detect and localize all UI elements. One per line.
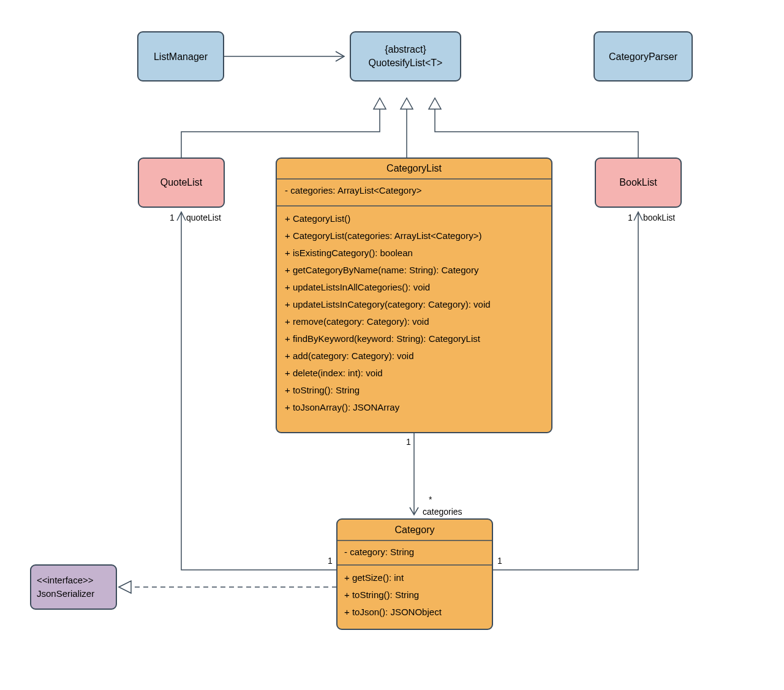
categorylist-attr-0: - categories: ArrayList<Category> xyxy=(285,185,422,195)
class-categorylist: CategoryList - categories: ArrayList<Cat… xyxy=(276,158,552,433)
role-quotelist: quoteList xyxy=(186,213,221,222)
svg-marker-13 xyxy=(374,98,386,109)
category-attr-0: - category: String xyxy=(344,547,414,557)
categorylist-op-4: + updateListsInAllCategories(): void xyxy=(285,282,430,292)
svg-marker-19 xyxy=(119,581,131,593)
mult-catlist-far: * xyxy=(429,495,432,504)
class-categoryparser: CategoryParser xyxy=(594,32,692,81)
categoryparser-name: CategoryParser xyxy=(609,51,678,62)
class-quotesifylist: {abstract} QuotesifyList<T> xyxy=(350,32,461,81)
categorylist-op-3: + getCategoryByName(name: String): Categ… xyxy=(285,265,479,275)
role-booklist: bookList xyxy=(643,213,675,222)
categorylist-op-5: + updateListsInCategory(category: Catego… xyxy=(285,299,491,309)
jsonserializer-name: JsonSerializer xyxy=(37,588,94,599)
assoc-categorylist-to-category: 1 * categories xyxy=(406,433,462,517)
quotelist-name: QuoteList xyxy=(160,177,203,188)
dep-listmanager-to-quotesifylist xyxy=(224,51,344,61)
categorylist-op-8: + add(category: Category): void xyxy=(285,351,414,361)
categorylist-op-9: + delete(index: int): void xyxy=(285,368,383,378)
svg-rect-1 xyxy=(350,32,461,81)
category-name: Category xyxy=(395,525,435,535)
realize-category-jsonserializer xyxy=(119,581,337,593)
category-op-0: + getSize(): int xyxy=(344,572,404,583)
categorylist-op-0: + CategoryList() xyxy=(285,213,350,224)
categorylist-op-1: + CategoryList(categories: ArrayList<Cat… xyxy=(285,230,481,241)
mult-booklist-near: 1 xyxy=(497,556,502,566)
gen-categorylist xyxy=(401,98,413,158)
uml-class-diagram: ListManager {abstract} QuotesifyList<T> … xyxy=(0,0,784,690)
jsonserializer-stereotype: <<interface>> xyxy=(37,575,94,585)
mult-quotelist-near: 1 xyxy=(328,556,333,566)
mult-booklist-far: 1 xyxy=(628,213,633,222)
quotesifylist-stereotype: {abstract} xyxy=(385,44,426,55)
quotesifylist-name: QuotesifyList<T> xyxy=(369,58,443,68)
mult-catlist-near: 1 xyxy=(406,437,411,447)
svg-rect-11 xyxy=(31,565,116,609)
mult-quotelist-far: 1 xyxy=(170,213,175,222)
role-categories: categories xyxy=(423,507,462,517)
class-category: Category - category: String + getSize():… xyxy=(337,519,492,629)
svg-marker-15 xyxy=(401,98,413,109)
categorylist-op-6: + remove(category: Category): void xyxy=(285,316,429,327)
categorylist-name: CategoryList xyxy=(386,163,442,173)
categorylist-op-2: + isExistingCategory(): boolean xyxy=(285,248,413,258)
categorylist-op-7: + findByKeyword(keyword: String): Catego… xyxy=(285,333,481,344)
category-op-2: + toJson(): JSONObject xyxy=(344,607,442,617)
gen-booklist xyxy=(429,98,638,158)
class-jsonserializer: <<interface>> JsonSerializer xyxy=(31,565,116,609)
gen-quotelist xyxy=(181,98,386,158)
svg-marker-16 xyxy=(429,98,441,109)
categorylist-op-11: + toJsonArray(): JSONArray xyxy=(285,402,400,412)
categorylist-op-10: + toString(): String xyxy=(285,385,360,395)
category-op-1: + toString(): String xyxy=(344,590,419,600)
class-listmanager: ListManager xyxy=(138,32,224,81)
class-quotelist: QuoteList xyxy=(138,158,224,207)
listmanager-name: ListManager xyxy=(154,51,208,62)
class-booklist: BookList xyxy=(595,158,681,207)
booklist-name: BookList xyxy=(619,177,657,188)
